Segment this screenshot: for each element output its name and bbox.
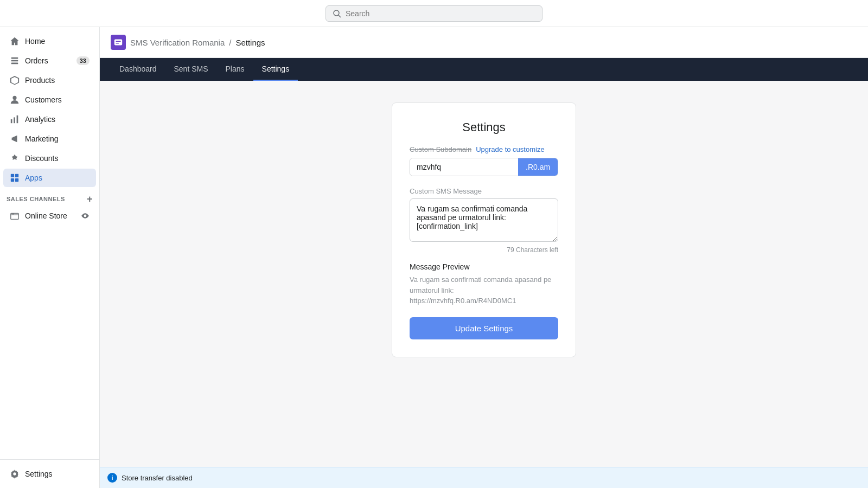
settings-title: Settings [410,120,558,134]
sidebar-bottom: Settings [0,459,99,484]
sidebar-label-settings: Settings [25,470,53,478]
home-icon [10,36,20,46]
sidebar-item-home[interactable]: Home [3,32,96,50]
custom-subdomain-label: Custom Subdomain [410,145,471,153]
svg-rect-8 [17,115,18,123]
customers-icon [10,95,20,105]
sidebar-label-marketing: Marketing [25,134,58,143]
custom-subdomain-row: Custom Subdomain Upgrade to customize [410,145,558,153]
sidebar-label-customers: Customers [25,95,62,104]
sidebar-item-apps[interactable]: Apps [3,169,96,187]
tab-bar: Dashboard Sent SMS Plans Settings [100,58,868,81]
custom-sms-label: Custom SMS Message [410,187,558,195]
subdomain-suffix: .R0.am [518,158,558,176]
svg-rect-10 [15,174,18,177]
add-sales-channel-button[interactable]: + [87,194,93,204]
svg-rect-11 [11,178,14,182]
sidebar-item-settings[interactable]: Settings [3,465,96,483]
sidebar-item-orders[interactable]: Orders 33 [3,52,96,70]
search-container[interactable] [326,5,542,22]
breadcrumb-separator: / [229,38,231,47]
sidebar-item-products[interactable]: Products [3,71,96,89]
svg-rect-4 [11,63,18,65]
update-settings-button[interactable]: Update Settings [410,317,558,339]
sidebar-label-products: Products [25,76,55,85]
orders-icon [10,56,20,66]
products-icon [10,75,20,85]
subdomain-input-row: .R0.am [410,158,558,176]
info-icon: i [107,473,117,483]
sidebar-item-discounts[interactable]: Discounts [3,149,96,168]
sidebar-item-marketing[interactable]: Marketing [3,130,96,148]
settings-icon [10,469,20,479]
svg-line-1 [339,15,341,17]
store-transfer-label: Store transfer disabled [122,474,193,482]
sidebar: Home Orders 33 Products Customers [0,27,100,488]
top-bar [0,0,868,27]
main-layout: Home Orders 33 Products Customers [0,27,868,488]
svg-rect-3 [11,60,18,62]
sidebar-label-home: Home [25,37,45,46]
svg-rect-16 [114,40,122,46]
message-preview-text: Va rugam sa confirmati comanda apasand p… [410,274,558,306]
tab-settings[interactable]: Settings [253,58,298,81]
orders-badge: 33 [76,56,90,65]
svg-point-15 [13,214,14,215]
analytics-icon [10,114,20,124]
svg-rect-7 [14,117,15,123]
svg-rect-9 [11,174,14,177]
search-icon [333,9,341,18]
sidebar-label-analytics: Analytics [25,115,55,124]
sms-message-textarea[interactable]: Va rugam sa confirmati comanda apasand p… [410,198,558,242]
marketing-icon [10,134,20,144]
tab-plans[interactable]: Plans [217,58,253,81]
upgrade-link[interactable]: Upgrade to customize [476,145,544,153]
svg-rect-2 [11,57,18,59]
page-content: Settings Custom Subdomain Upgrade to cus… [100,81,868,467]
search-input[interactable] [346,9,535,18]
svg-rect-12 [15,178,18,182]
chars-left: 79 Characters left [410,246,558,254]
sidebar-item-online-store[interactable]: Online Store [3,207,96,225]
tab-dashboard[interactable]: Dashboard [111,58,165,81]
sidebar-label-discounts: Discounts [25,154,58,163]
sidebar-label-apps: Apps [25,174,42,182]
apps-icon [10,173,20,183]
page-header: SMS Verification Romania / Settings [100,27,868,58]
breadcrumb-app-name: SMS Verification Romania [130,38,225,47]
store-transfer-banner: i Store transfer disabled [100,467,868,488]
sidebar-label-orders: Orders [25,56,48,65]
tab-sent-sms[interactable]: Sent SMS [165,58,217,81]
sidebar-item-customers[interactable]: Customers [3,91,96,109]
sales-channels-header: SALES CHANNELS + [0,188,99,206]
online-store-icon [10,211,20,221]
discounts-icon [10,153,20,163]
svg-rect-6 [11,119,12,123]
svg-point-5 [12,96,16,100]
online-store-eye-icon[interactable] [81,211,90,220]
settings-card: Settings Custom Subdomain Upgrade to cus… [392,102,576,357]
content-area: SMS Verification Romania / Settings Dash… [100,27,868,488]
sidebar-item-analytics[interactable]: Analytics [3,110,96,129]
message-preview-label: Message Preview [410,262,558,271]
sidebar-label-online-store: Online Store [25,211,67,220]
subdomain-input[interactable] [410,158,518,176]
svg-point-14 [12,214,13,215]
app-icon [111,35,126,50]
breadcrumb-current: Settings [235,38,265,47]
